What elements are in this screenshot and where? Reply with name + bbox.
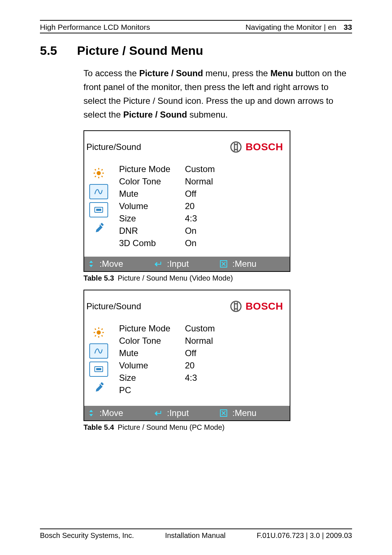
setting-label: PC [119,384,170,396]
svg-rect-11 [96,209,101,211]
intro-paragraph: To access the Picture / Sound menu, pres… [83,66,352,122]
bosch-logo: BOSCH [230,301,283,312]
settings-icon [89,220,108,236]
page-number: 33 [344,23,352,31]
close-box-icon [220,409,227,417]
osd-footer: :Move :Input :Menu [84,257,290,271]
footer-doc-type: Installation Manual [165,531,226,540]
setting-label: Color Tone [119,335,170,347]
svg-rect-12 [101,223,104,226]
svg-rect-25 [96,368,101,370]
arrows-vertical-icon [88,260,94,268]
osd-footer: :Move :Input :Menu [84,406,290,420]
setting-label: Color Tone [119,175,170,188]
settings-icon [89,380,108,396]
section-number: 5.5 [40,44,57,58]
osd-icon-column [89,322,108,399]
setting-value: 20 [185,359,215,372]
display-icon [89,362,108,377]
bosch-logo: BOSCH [230,141,283,153]
bosch-anchor-icon [230,301,242,312]
setting-label: Size [119,212,170,225]
bosch-anchor-icon [230,141,242,153]
page-footer: Bosch Security Systems, Inc. Installatio… [40,529,352,540]
bosch-text: BOSCH [245,141,283,153]
svg-line-21 [102,335,103,336]
setting-value: On [185,237,215,249]
setting-label: Mute [119,347,170,359]
osd-title: Picture/Sound [86,301,141,311]
arrows-vertical-icon [88,409,94,417]
sound-icon [89,343,108,359]
header-doc-title: High Performance LCD Monitors [40,23,150,32]
enter-icon [154,261,162,267]
setting-label: Volume [119,359,170,372]
osd-panel-video: Picture/Sound BOSCH [83,130,290,272]
svg-point-14 [231,301,241,311]
brightness-icon [89,325,108,340]
display-icon [89,202,108,217]
section-heading: 5.5 Picture / Sound Menu [40,44,352,58]
setting-value: 4:3 [185,212,215,225]
svg-line-22 [95,335,96,336]
svg-line-9 [102,169,103,170]
close-box-icon [220,260,227,268]
setting-value: On [185,225,215,237]
table-caption-5-4: Table 5.4Picture / Sound Menu (PC Mode) [83,421,352,439]
setting-value: Normal [185,175,215,188]
footer-input: :Input [167,408,189,418]
setting-value: 4:3 [185,372,215,384]
table-caption-5-3: Table 5.3Picture / Sound Menu (Video Mod… [83,272,352,290]
setting-label: Size [119,372,170,384]
page-header: High Performance LCD Monitors Navigating… [40,21,352,33]
header-bottom-rule [40,33,352,33]
setting-value: 20 [185,200,215,212]
svg-line-7 [102,176,103,177]
setting-value: Normal [185,335,215,347]
svg-line-23 [102,328,103,330]
footer-menu: :Menu [232,259,257,269]
svg-point-0 [231,142,241,152]
setting-label: Picture Mode [119,163,170,175]
setting-label: Volume [119,200,170,212]
setting-value: Off [185,188,215,200]
brightness-icon [89,165,108,181]
setting-label: Picture Mode [119,322,170,335]
osd-settings-list: Picture Mode Color Tone Mute Volume Size… [119,322,215,399]
setting-label: Mute [119,188,170,200]
footer-input: :Input [167,259,189,269]
svg-point-1 [97,171,101,175]
footer-company: Bosch Security Systems, Inc. [40,531,134,540]
osd-settings-list: Picture Mode Color Tone Mute Volume Size… [119,163,215,249]
header-section: Navigating the Monitor | en 33 [245,23,352,32]
setting-value: Custom [185,322,215,335]
footer-move: :Move [99,259,123,269]
osd-panel-pc: Picture/Sound BOSCH [83,290,290,421]
osd-title: Picture/Sound [86,142,141,152]
svg-line-20 [95,328,96,330]
section-title: Picture / Sound Menu [77,44,203,58]
svg-line-8 [95,176,96,177]
setting-value: Off [185,347,215,359]
sound-icon [89,184,108,199]
setting-value: Custom [185,163,215,175]
bosch-text: BOSCH [245,301,283,312]
footer-doc-id: F.01U.076.723 | 3.0 | 2009.03 [257,531,352,540]
osd-icon-column [89,163,108,249]
enter-icon [154,410,162,416]
svg-line-6 [95,169,96,170]
setting-label: DNR [119,225,170,237]
svg-point-15 [97,330,101,334]
svg-rect-26 [101,382,104,385]
setting-label: 3D Comb [119,237,170,249]
header-section-text: Navigating the Monitor | en [245,23,336,31]
footer-menu: :Menu [232,408,257,418]
footer-move: :Move [99,408,123,418]
